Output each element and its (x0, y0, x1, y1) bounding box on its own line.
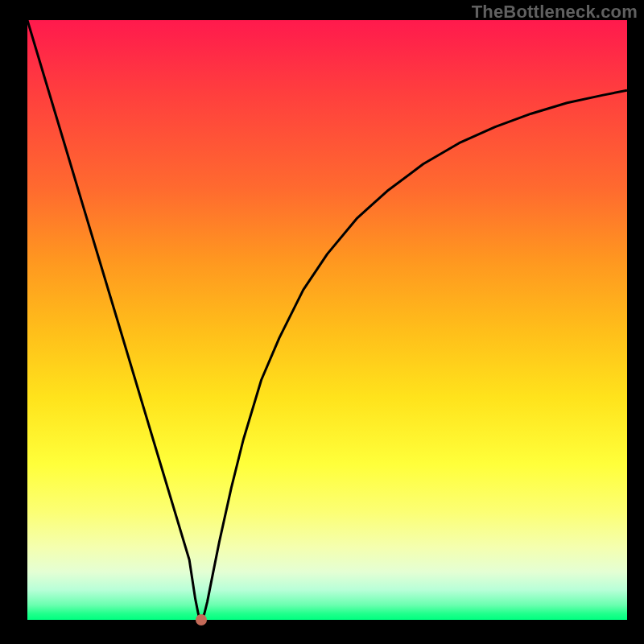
plot-area (27, 20, 627, 620)
chart-frame: TheBottleneck.com (0, 0, 644, 644)
minimum-marker (196, 614, 207, 625)
bottleneck-curve-path (27, 20, 627, 620)
curve-svg (27, 20, 627, 620)
watermark-text: TheBottleneck.com (472, 2, 638, 23)
